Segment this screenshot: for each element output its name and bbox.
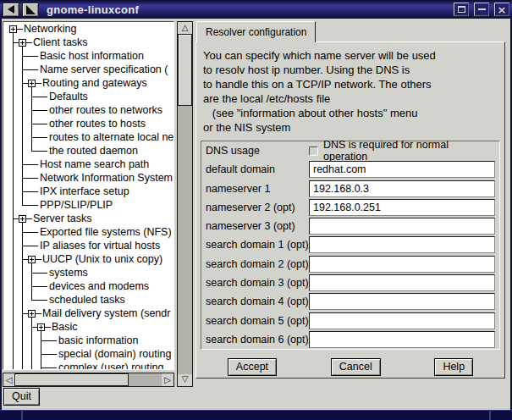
tree-item-label: IP aliases for virtual hosts [40,240,160,251]
tree-line [23,191,38,192]
tree-item-label: UUCP (Unix to unix copy) [42,253,162,265]
close-icon: × [498,4,507,15]
vertical-scroll-thumb[interactable] [178,34,192,106]
quit-button[interactable]: Quit [3,388,40,406]
tree-line [13,117,14,130]
tree-line [13,130,14,144]
field-label-search_domain_1: search domain 1 (opt) [206,239,309,251]
tree-item[interactable]: scheduled tasks [3,293,173,307]
tree-item-label: systems [49,267,88,279]
resize-grip-left[interactable] [21,411,23,420]
input-search_domain_6[interactable] [309,331,495,348]
tree-item-label: IPX interface setup [40,185,129,197]
tree-item[interactable]: Defaults [3,90,173,103]
form-row-search_domain_6: search domain 6 (opt) [201,330,499,349]
scroll-down-icon[interactable]: ▽ [178,374,192,386]
scroll-left-icon[interactable]: ◁ [3,373,14,386]
expand-plus-icon[interactable] [9,25,17,33]
tree-item[interactable]: UUCP (Unix to unix copy) [3,252,173,266]
horizontal-scroll-thumb[interactable] [14,373,129,386]
tree-line [23,178,38,179]
intro-text-line: are the local /etc/hosts file [203,91,500,106]
tree-line [36,83,41,84]
tree-item[interactable]: IPX interface setup [3,185,173,198]
tree-item[interactable]: Mail delivery system (sendr [3,307,173,320]
help-button[interactable]: Help [434,358,473,376]
tree-item[interactable]: PPP/SLIP/PLIP [3,198,173,212]
tree-line [22,320,23,334]
tree-item[interactable]: Name server specification ( [3,63,173,76]
tree-item[interactable]: basic information [3,334,173,347]
scroll-right-icon[interactable]: ▷ [162,373,173,386]
expand-plus-icon[interactable] [28,256,36,263]
tree-line [32,110,47,111]
expand-plus-icon[interactable] [19,39,26,47]
tree-vertical-scrollbar[interactable]: △ ▽ [177,21,193,387]
close-button[interactable]: × [494,3,509,16]
input-nameserver_1[interactable] [309,180,495,197]
cancel-button[interactable]: Cancel [331,358,381,376]
tree-item[interactable]: IP aliases for virtual hosts [3,239,173,252]
input-search_domain_1[interactable] [309,236,495,253]
field-label-search_domain_6: search domain 6 (opt) [206,334,309,345]
input-nameserver_2[interactable] [309,199,495,216]
tree-line [45,327,51,328]
expand-plus-icon[interactable] [28,80,36,87]
tree-item[interactable]: the routed daemon [3,144,173,158]
window-menu-button[interactable] [3,3,19,17]
minimize-icon [478,8,486,10]
tree-item-label: Network Information System [40,172,173,184]
input-search_domain_4[interactable] [309,293,495,310]
dns-required-checkbox[interactable] [309,146,318,156]
field-label-nameserver_2: nameserver 2 (opt) [206,202,309,213]
resolver-configuration-panel: You can specify which name server will b… [195,41,505,379]
tree-line [31,334,32,347]
maximize-button[interactable] [454,3,469,16]
input-search_domain_5[interactable] [309,312,495,329]
resize-grip-right[interactable] [489,411,491,420]
shade-button[interactable] [22,3,39,17]
scroll-up-icon[interactable]: △ [178,22,192,34]
tree-item[interactable]: Networking [3,22,173,36]
tree-item[interactable]: other routes to hosts [3,117,173,130]
tree-item[interactable]: Basic host information [3,49,173,63]
field-label-search_domain_4: search domain 4 (opt) [206,296,309,307]
tree-item[interactable]: complex (user) routing [3,361,173,370]
tree-line [22,279,23,293]
expand-plus-icon[interactable] [37,323,45,331]
expand-plus-icon[interactable] [19,215,26,223]
tree-line [13,307,14,320]
input-search_domain_3[interactable] [309,274,495,291]
expand-plus-icon[interactable] [28,310,36,318]
tree-line [36,313,41,314]
tree-item[interactable]: Routing and gateways [3,76,173,90]
tree-item[interactable]: other routes to networks [3,103,173,117]
tree-item[interactable]: routes to alternate local ne [3,130,173,144]
tree-item[interactable]: Host name search path [3,158,173,171]
tree-item[interactable]: Exported file systems (NFS) [3,225,173,239]
tree-item-label: Routing and gateways [42,77,147,89]
tree-horizontal-scrollbar[interactable]: ◁ ▷ [3,373,174,387]
input-search_domain_2[interactable] [309,256,495,273]
tree-line [32,286,47,287]
input-nameserver_3[interactable] [309,218,495,235]
tree-line [32,97,47,97]
input-default_domain[interactable] [309,161,495,178]
tree-line [13,347,14,361]
tree-line [13,185,14,198]
tree-item[interactable]: special (domain) routing [3,347,173,361]
tree-item[interactable]: systems [3,266,173,279]
tree-line [13,225,14,239]
accept-button[interactable]: Accept [228,358,277,376]
minimize-button[interactable] [474,3,489,16]
tree-item[interactable]: Client tasks [3,36,173,49]
tree-item[interactable]: Network Information System [3,171,173,185]
tree-item-label: devices and modems [49,280,149,292]
tree-item[interactable]: Server tasks [3,212,173,225]
tree-item[interactable]: devices and modems [3,279,173,293]
form-row-search_domain_1: search domain 1 (opt) [201,235,499,254]
tree-item-label: Defaults [49,91,88,102]
tree-item[interactable]: Basic [3,320,173,334]
tab-resolver-configuration[interactable]: Resolver configuration [196,21,316,42]
tree-item-label: special (domain) routing [58,348,171,360]
